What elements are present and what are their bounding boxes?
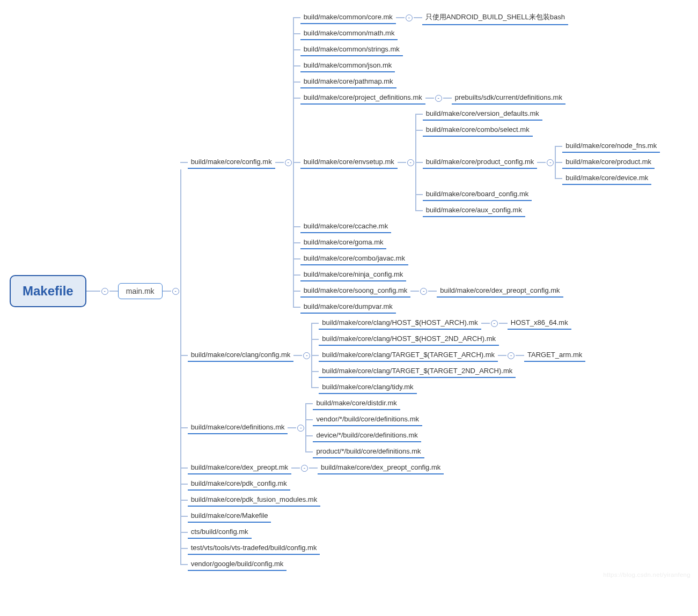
collapse-icon[interactable]: - [297,425,304,432]
node-clang-host2[interactable]: build/make/core/clang/HOST_$(HOST_2ND_AR… [319,333,499,346]
collapse-icon[interactable]: - [406,14,413,21]
node-clang-config[interactable]: build/make/core/clang/config.mk [188,349,294,362]
branch-clang-host: build/make/core/clang/HOST_$(HOST_ARCH).… [311,315,585,331]
connector [481,323,490,324]
branch-soong: build/make/core/soong_config.mk - build/… [293,283,660,299]
connector [275,162,284,163]
root-node[interactable]: Makefile [10,275,86,307]
node-aux-cfg[interactable]: build/make/core/aux_config.mk [423,204,525,217]
node-ninja[interactable]: build/make/core/ninja_config.mk [300,269,407,281]
node-product[interactable]: build/make/core/product.mk [562,156,655,169]
node-proj-def[interactable]: build/make/core/project_definitions.mk [300,92,425,105]
config-children: build/make/common/core.mk - 只使用ANDROID_B… [293,10,660,315]
node-ccache[interactable]: build/make/core/ccache.mk [300,220,392,233]
prod-cfg-children: build/make/core/node_fns.mk build/make/c… [555,138,660,187]
node-pathmap[interactable]: build/make/core/pathmap.mk [300,76,396,88]
node-makefile[interactable]: build/make/core/Makefile [188,510,271,523]
collapse-icon[interactable]: - [491,320,498,327]
branch-dex-preopt: build/make/core/dex_preopt.mk - build/ma… [180,460,660,476]
connector [498,355,506,356]
branch-prod-cfg: build/make/core/product_config.mk - buil… [415,138,660,187]
branch-clang: build/make/core/clang/config.mk - build/… [180,315,660,396]
envsetup-children: build/make/core/version_defaults.mk buil… [415,106,660,219]
connector [414,17,422,18]
connector [410,291,419,292]
node-soong[interactable]: build/make/core/soong_config.mk [300,285,411,298]
connector [516,355,524,356]
node-node-fns[interactable]: build/make/core/node_fns.mk [562,140,660,153]
collapse-icon[interactable]: - [285,159,292,166]
node-dex-preopt[interactable]: build/make/core/dex_preopt.mk [188,462,291,474]
branch-config: build/make/core/config.mk - build/make/c… [180,10,660,315]
node-clang-host[interactable]: build/make/core/clang/HOST_$(HOST_ARCH).… [319,317,481,330]
connector [309,467,318,469]
leaf-prebuilts-def: prebuilts/sdk/current/definitions.mk [452,92,565,105]
node-pdk-fusion[interactable]: build/make/core/pdk_fusion_modules.mk [188,494,321,507]
node-vts[interactable]: test/vts/tools/vts-tradefed/build/config… [188,542,320,555]
leaf-dex-preopt-cfg: build/make/core/dex_preopt_config.mk [437,285,563,298]
node-definitions[interactable]: build/make/core/definitions.mk [188,421,288,434]
node-clang-tidy[interactable]: build/make/core/clang/tidy.mk [319,381,416,394]
definitions-children: build/make/core/distdir.mk vendor/*/buil… [305,396,424,460]
node-clang-target2[interactable]: build/make/core/clang/TARGET_$(TARGET_2N… [319,365,516,378]
branch-clang-target: build/make/core/clang/TARGET_$(TARGET_AR… [311,347,585,363]
node-vendor-def[interactable]: vendor/*/build/core/definitions.mk [313,413,422,426]
branch-envsetup: build/make/core/envsetup.mk - build/make… [293,106,660,219]
collapse-icon[interactable]: - [508,352,515,359]
node-distdir[interactable]: build/make/core/distdir.mk [313,397,400,410]
collapse-icon[interactable]: - [435,95,442,102]
node-json[interactable]: build/make/common/json.mk [300,60,395,72]
leaf-target-arm: TARGET_arm.mk [524,349,585,362]
leaf-host-x86-64: HOST_x86_64.mk [508,317,571,330]
connector [398,162,406,163]
connector [163,291,171,292]
node-envsetup[interactable]: build/make/core/envsetup.mk [300,156,398,169]
branch-definitions: build/make/core/definitions.mk - build/m… [180,396,660,460]
collapse-icon[interactable]: - [547,159,554,166]
node-pdk-cfg[interactable]: build/make/core/pdk_config.mk [188,478,290,491]
watermark: https://blog.csdn.net/yiranfeng [603,572,690,578]
collapse-icon[interactable]: - [303,352,310,359]
connector [109,291,118,292]
node-math[interactable]: build/make/common/math.mk [300,27,398,40]
connector [396,17,405,18]
collapse-icon[interactable]: - [407,159,414,166]
collapse-icon[interactable]: - [420,288,427,295]
collapse-icon[interactable]: - [101,288,108,295]
leaf-dex-preopt-cfg2: build/make/core/dex_preopt_config.mk [318,462,444,474]
node-clang-target[interactable]: build/make/core/clang/TARGET_$(TARGET_AR… [319,349,498,362]
node-product-def[interactable]: product/*/build/core/definitions.mk [313,446,424,458]
node-combo-javac[interactable]: build/make/core/combo/javac.mk [300,253,408,265]
node-config[interactable]: build/make/core/config.mk [188,156,275,169]
node-strings[interactable]: build/make/common/strings.mk [300,43,403,56]
node-combo-sel[interactable]: build/make/core/combo/select.mk [423,124,533,137]
node-ver-def[interactable]: build/make/core/version_defaults.mk [423,108,542,121]
connector [293,355,302,356]
connector [428,291,437,292]
connector [291,467,300,469]
connector [86,291,100,292]
node-board-cfg[interactable]: build/make/core/board_config.mk [423,188,532,201]
clang-children: build/make/core/clang/HOST_$(HOST_ARCH).… [311,315,585,396]
main-node[interactable]: main.mk [118,283,163,299]
branch-core-mk: build/make/common/core.mk - 只使用ANDROID_B… [293,10,660,26]
main-children: build/make/core/config.mk - build/make/c… [180,10,660,573]
connector [499,323,508,324]
collapse-icon[interactable]: - [301,465,308,472]
node-device-def[interactable]: device/*/build/core/definitions.mk [313,429,421,442]
node-vendor-google[interactable]: vendor/google/build/config.mk [188,558,287,571]
connector [288,427,296,428]
node-cts[interactable]: cts/build/config.mk [188,526,252,539]
connector [425,98,434,99]
node-prod-cfg[interactable]: build/make/core/product_config.mk [423,156,538,169]
connector [537,162,546,163]
branch-proj-def: build/make/core/project_definitions.mk -… [293,90,660,106]
node-core-mk[interactable]: build/make/common/core.mk [300,11,396,24]
collapse-icon[interactable]: - [172,288,179,295]
connector [443,98,452,99]
node-dumpvar[interactable]: build/make/core/dumpvar.mk [300,301,396,314]
node-goma[interactable]: build/make/core/goma.mk [300,236,387,249]
leaf-core-note: 只使用ANDROID_BUILD_SHELL来包装bash [422,11,568,25]
node-device[interactable]: build/make/core/device.mk [562,172,651,185]
mindmap-root: Makefile - main.mk - build/make/core/con… [10,10,688,573]
